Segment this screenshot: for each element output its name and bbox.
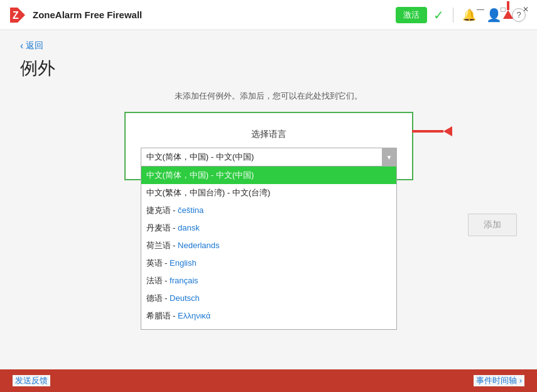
add-button[interactable]: 添加 bbox=[468, 214, 517, 236]
language-select-dropdown-arrow[interactable]: ▼ bbox=[382, 148, 397, 166]
arrow-body bbox=[412, 130, 443, 133]
window-controls: — □ ✕ bbox=[469, 0, 537, 19]
app-logo-icon: Z bbox=[8, 5, 28, 25]
language-select-display[interactable]: 中文(简体，中国) - 中文(中国) bbox=[141, 148, 397, 166]
info-text: 未添加任何例外。添加后，您可以在此处找到它们。 bbox=[20, 90, 517, 102]
lang-option-he[interactable]: 希伯来语 - עברית bbox=[141, 325, 396, 330]
back-chevron-icon: ‹ bbox=[20, 40, 23, 52]
language-arrow-indicator bbox=[412, 126, 452, 136]
maximize-button[interactable]: □ bbox=[492, 0, 514, 19]
titlebar: Z ZoneAlarm Free Firewall 激活 ✓ 🔔 👤 ? — □… bbox=[0, 0, 537, 30]
lang-option-fr[interactable]: 法语 - français bbox=[141, 272, 396, 290]
lang-option-cs[interactable]: 捷克语 - čeština bbox=[141, 202, 396, 219]
lang-option-de[interactable]: 德语 - Deutsch bbox=[141, 290, 396, 307]
lang-part2: français bbox=[170, 276, 198, 285]
language-selector-box: 选择语言 中文(简体，中国) - 中文(中国) ▼ 中文(简体，中国) - 中文… bbox=[124, 112, 413, 180]
activate-button[interactable]: 激活 bbox=[396, 7, 427, 23]
check-icon: ✓ bbox=[433, 8, 444, 23]
app-logo: Z ZoneAlarm Free Firewall bbox=[8, 5, 142, 25]
lang-part2: čeština bbox=[178, 205, 203, 215]
lang-part2: Nederlands bbox=[178, 241, 220, 250]
check-status-button[interactable]: ✓ bbox=[430, 5, 448, 25]
arrow-left bbox=[443, 126, 452, 136]
divider bbox=[453, 8, 453, 23]
timeline-link[interactable]: 事件时间轴 › bbox=[474, 375, 524, 386]
app-title: ZoneAlarm Free Firewall bbox=[33, 9, 142, 20]
language-selector-label: 选择语言 bbox=[141, 129, 397, 140]
lang-option-da[interactable]: 丹麦语 - dansk bbox=[141, 219, 396, 237]
lang-option-el[interactable]: 希腊语 - Ελληνικά bbox=[141, 307, 396, 325]
back-nav[interactable]: ‹ 返回 bbox=[20, 30, 517, 57]
back-label: 返回 bbox=[26, 40, 43, 52]
language-dropdown[interactable]: 中文(简体，中国) - 中文(中国) 中文(繁体，中国台湾) - 中文(台湾) … bbox=[141, 166, 397, 330]
add-button-container: 添加 bbox=[468, 214, 517, 236]
footer: 发送反馈 事件时间轴 › bbox=[0, 369, 537, 392]
svg-text:Z: Z bbox=[13, 10, 19, 21]
lang-option-nl[interactable]: 荷兰语 - Nederlands bbox=[141, 237, 396, 254]
language-select-container: 中文(简体，中国) - 中文(中国) ▼ 中文(简体，中国) - 中文(中国) … bbox=[141, 148, 397, 166]
lang-part2: English bbox=[170, 258, 197, 268]
lang-part2: dansk bbox=[178, 223, 200, 232]
lang-part2: Ελληνικά bbox=[178, 311, 210, 320]
minimize-button[interactable]: — bbox=[469, 0, 492, 19]
page-title: 例外 bbox=[20, 57, 517, 80]
lang-option-zh-tw[interactable]: 中文(繁体，中国台湾) - 中文(台湾) bbox=[141, 184, 396, 202]
lang-option-zh-cn[interactable]: 中文(简体，中国) - 中文(中国) bbox=[141, 166, 396, 184]
feedback-link[interactable]: 发送反馈 bbox=[13, 375, 50, 386]
close-button[interactable]: ✕ bbox=[514, 0, 537, 19]
lang-part2: עברית bbox=[186, 329, 208, 330]
lang-part2: Deutsch bbox=[170, 293, 200, 303]
lang-option-en[interactable]: 英语 - English bbox=[141, 254, 396, 272]
main-content: ‹ 返回 例外 未添加任何例外。添加后，您可以在此处找到它们。 选择语言 中文(… bbox=[0, 30, 537, 180]
